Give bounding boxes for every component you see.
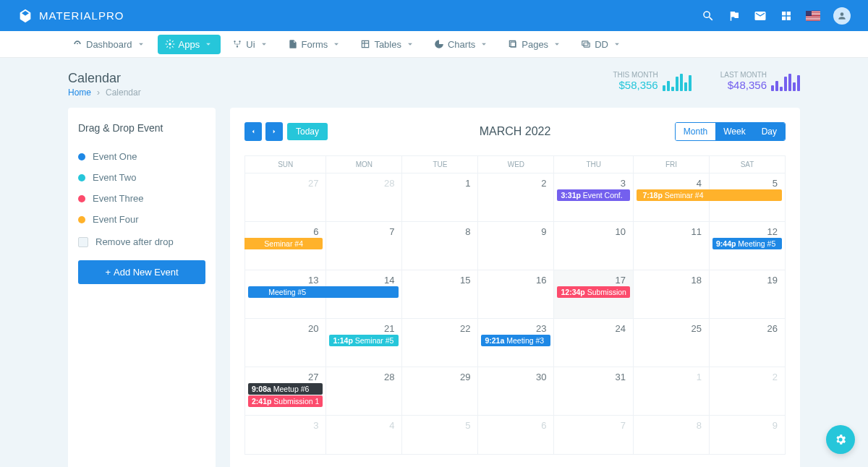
plus-icon: +	[105, 267, 111, 278]
day-cell[interactable]: 27	[245, 173, 326, 222]
event-meeting3[interactable]: 9:21a Meeting #3	[481, 335, 550, 346]
day-cell[interactable]: 9	[710, 416, 786, 455]
day-cell[interactable]: 26	[710, 319, 786, 367]
event-seminar4-ext[interactable]	[709, 189, 782, 201]
dow-tue: TUE	[402, 156, 478, 173]
day-cell[interactable]: 6	[478, 416, 554, 455]
brand-logo[interactable]: MATERIALPRO	[17, 8, 124, 24]
event-meetup6[interactable]: 9:08a Meetup #6	[248, 383, 323, 395]
sparkline-last	[771, 74, 800, 91]
apps-grid-icon[interactable]	[780, 9, 793, 22]
flag-icon[interactable]	[728, 9, 741, 22]
nav-apps[interactable]: Apps	[158, 35, 221, 54]
day-cell[interactable]: 27 9:08a Meetup #6 2:41p Submission 1	[245, 367, 326, 416]
mail-icon[interactable]	[754, 9, 767, 22]
draggable-event-two[interactable]: Event Two	[78, 172, 205, 183]
nav-tables[interactable]: Tables	[353, 35, 422, 54]
day-cell[interactable]: 16	[478, 270, 554, 319]
locale-flag-icon[interactable]	[806, 11, 820, 21]
nav-dd[interactable]: DD	[574, 35, 629, 54]
today-button[interactable]: Today	[287, 123, 328, 140]
event-submission[interactable]: 12:34p Submission	[557, 286, 629, 298]
day-cell-today[interactable]: 17 12:34p Submission	[554, 270, 633, 319]
day-cell[interactable]: 7	[554, 416, 633, 455]
day-cell[interactable]: 1	[634, 367, 710, 416]
day-cell[interactable]: 3	[245, 416, 326, 455]
day-cell[interactable]: 29	[402, 367, 478, 416]
draggable-event-one[interactable]: Event One	[78, 151, 205, 162]
event-conf[interactable]: 3:31p Event Conf.	[557, 189, 629, 201]
settings-fab[interactable]	[826, 425, 855, 454]
chevron-right-icon: ›	[97, 87, 100, 98]
stat-last-label: LAST MONTH	[720, 71, 767, 79]
nav-pages[interactable]: Pages	[501, 35, 569, 54]
brand-name: MATERIALPRO	[39, 9, 124, 22]
day-cell[interactable]: 22	[402, 319, 478, 367]
day-cell[interactable]: 23 9:21a Meeting #3	[478, 319, 554, 367]
remove-after-drop-checkbox[interactable]: Remove after drop	[78, 236, 205, 247]
add-new-event-button[interactable]: +Add New Event	[78, 260, 205, 284]
search-icon[interactable]	[702, 9, 715, 22]
event-seminar5[interactable]: 1:14p Seminar #5	[329, 335, 399, 346]
dow-sat: SAT	[710, 156, 786, 173]
day-cell[interactable]: 10	[554, 222, 633, 270]
view-week-button[interactable]: Week	[715, 123, 753, 140]
day-cell[interactable]: 3 3:31p Event Conf.	[554, 173, 633, 222]
gear-icon	[834, 433, 847, 446]
day-cell[interactable]: 12 9:44p Meeting #5	[710, 222, 786, 270]
day-cell[interactable]: 21 1:14p Seminar #5	[326, 319, 402, 367]
event-submission2[interactable]: 2:41p Submission 1	[248, 395, 323, 407]
day-cell[interactable]: 2	[710, 367, 786, 416]
sparkline-this	[663, 74, 692, 91]
day-cell[interactable]: 8	[634, 416, 710, 455]
day-cell[interactable]: 24	[554, 319, 633, 367]
breadcrumb-home[interactable]: Home	[68, 87, 91, 98]
dow-thu: THU	[554, 156, 633, 173]
day-cell[interactable]: 11	[634, 222, 710, 270]
day-cell[interactable]: 5	[710, 173, 786, 222]
day-cell[interactable]: 28	[326, 367, 402, 416]
day-cell[interactable]: 20	[245, 319, 326, 367]
day-cell[interactable]: 6 Seminar #4	[245, 222, 326, 270]
stat-this-value: $58,356	[613, 79, 658, 91]
next-button[interactable]	[265, 122, 283, 141]
event-meeting5-tail[interactable]	[326, 286, 399, 298]
day-cell[interactable]: 15	[402, 270, 478, 319]
day-cell[interactable]: 7	[326, 222, 402, 270]
day-cell[interactable]: 5	[402, 416, 478, 455]
day-cell[interactable]: 18	[634, 270, 710, 319]
view-month-button[interactable]: Month	[676, 123, 715, 140]
nav-ui[interactable]: Ui	[225, 35, 276, 54]
stat-last-value: $48,356	[720, 79, 767, 91]
dow-mon: MON	[326, 156, 402, 173]
svg-rect-5	[582, 41, 588, 46]
nav-forms[interactable]: Forms	[281, 35, 349, 54]
svg-point-2	[234, 40, 236, 42]
event-seminar4[interactable]: 7:18p Seminar #4	[637, 189, 710, 201]
day-cell[interactable]: 19	[710, 270, 786, 319]
day-cell[interactable]: 28	[326, 173, 402, 222]
breadcrumb-current: Calendar	[106, 87, 141, 98]
event-meeting5-ext[interactable]: Meeting #5	[248, 286, 326, 298]
day-cell[interactable]: 1	[402, 173, 478, 222]
prev-button[interactable]	[244, 122, 262, 141]
day-cell[interactable]: 31	[554, 367, 633, 416]
svg-point-4	[237, 46, 238, 47]
day-cell[interactable]: 8	[402, 222, 478, 270]
event-seminar4-tail[interactable]: Seminar #4	[244, 238, 323, 249]
nav-dashboard[interactable]: Dashboard	[65, 35, 153, 54]
draggable-event-four[interactable]: Event Four	[78, 214, 205, 225]
day-cell[interactable]: 4 7:18p Seminar #4	[634, 173, 710, 222]
day-cell[interactable]: 30	[478, 367, 554, 416]
event-meeting5[interactable]: 9:44p Meeting #5	[712, 238, 782, 249]
day-cell[interactable]: 25	[634, 319, 710, 367]
day-cell[interactable]: 4	[326, 416, 402, 455]
avatar[interactable]	[833, 7, 851, 25]
view-day-button[interactable]: Day	[754, 123, 785, 140]
nav-charts[interactable]: Charts	[427, 35, 496, 54]
day-cell[interactable]: 2	[478, 173, 554, 222]
draggable-event-three[interactable]: Event Three	[78, 193, 205, 204]
day-cell[interactable]: 9	[478, 222, 554, 270]
day-cell[interactable]: 14	[326, 270, 402, 319]
day-cell[interactable]: 13 Meeting #5	[245, 270, 326, 319]
